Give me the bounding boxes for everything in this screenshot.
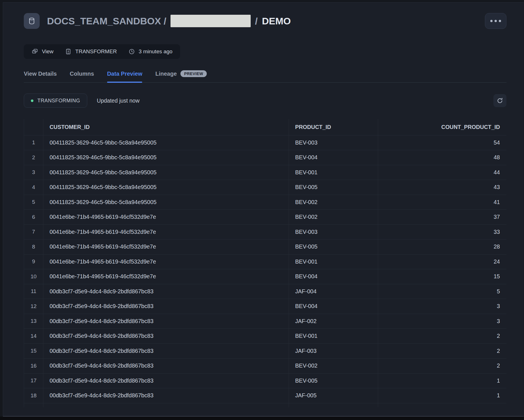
cell-product: JAF-002 [289,314,378,329]
status-row: TRANSFORMING Updated just now [24,94,506,108]
clock-icon [128,48,135,55]
cell-customer: 00411825-3629-46c5-9bbc-5c8a94e95005 [43,165,289,180]
status-badge: TRANSFORMING [24,94,87,108]
breadcrumb-prefix: DOCS_TEAM_SANDBOX / [47,16,166,27]
cell-product: BEV-003 [289,135,378,150]
table-row: 200411825-3629-46c5-9bbc-5c8a94e95005BEV… [24,150,507,165]
cell-product: BEV-002 [289,195,378,210]
refresh-button[interactable] [493,94,506,107]
header: DOCS_TEAM_SANDBOX / / DEMO [24,13,506,29]
cell-count: 2 [378,343,507,359]
cell-count: 3 [378,299,507,314]
cell-product: BEV-005 [289,239,378,254]
table-row: 1400db3cf7-d5e9-4dc4-8dc9-2bdfd867bc83BE… [24,329,507,344]
cell-num: 19 [24,403,43,407]
cell-product: BEV-002 [289,210,378,225]
cell-product: BEV-001 [289,329,378,344]
column-header-customer-id: CUSTOMER_ID [43,119,289,135]
cell-num: 12 [24,299,43,314]
table-row: 1600db3cf7-d5e9-4dc4-8dc9-2bdfd867bc83BE… [24,359,507,374]
cell-customer: 0041e6be-71b4-4965-b619-46cf532d9e7e [43,254,289,269]
preview-badge: PREVIEW [180,70,207,77]
cell-num: 16 [24,359,43,374]
cell-product: JAF-004 [289,284,378,299]
status-badge-label: TRANSFORMING [37,98,80,104]
cell-customer: 00db3cf7-d5e9-4dc4-8dc9-2bdfd867bc83 [43,284,289,299]
table-row: 90041e6be-71b4-4965-b619-46cf532d9e7eBEV… [24,254,507,269]
cell-customer: 00db3cf7-d5e9-4dc4-8dc9-2bdfd867bc83 [43,373,289,388]
more-actions-button[interactable] [485,13,506,29]
object-role: TRANSFORMER [65,48,117,55]
object-updated: 3 minutes ago [128,48,172,55]
cell-product: BEV-004 [289,150,378,165]
cell-customer: 00411825-3629-46c5-9bbc-5c8a94e95005 [43,135,289,150]
cell-customer: 0041e6be-71b4-4965-b619-46cf532d9e7e [43,269,289,284]
cell-count: 1 [378,373,507,388]
cell-num: 1 [24,135,43,150]
cell-product: BEV-001 [289,254,378,269]
cell-product: BEV-003 [289,224,378,239]
cell-customer: 00db3cf7-d5e9-4dc4-8dc9-2bdfd867bc83 [43,329,289,344]
cell-count: 2 [378,359,507,374]
cell-count: 3 [378,314,507,329]
table-row: 1900db3cf7-d5e9-4dc4-8dc9-2bdfd867bc83JA… [24,403,507,407]
breadcrumb-separator: / [255,16,257,27]
object-role-label: TRANSFORMER [75,48,117,55]
cell-num: 6 [24,210,43,225]
cell-product: JAF-001 [289,403,378,407]
cell-product: BEV-004 [289,269,378,284]
cell-count: 15 [378,269,507,284]
cell-num: 11 [24,284,43,299]
object-updated-label: 3 minutes ago [139,48,172,55]
cell-product: JAF-005 [289,388,378,403]
cell-num: 8 [24,239,43,254]
tab-columns[interactable]: Columns [70,71,94,82]
cell-product: BEV-001 [289,165,378,180]
table-row: 1100db3cf7-d5e9-4dc4-8dc9-2bdfd867bc83JA… [24,284,507,299]
cell-num: 7 [24,224,43,239]
object-type: View [31,48,54,55]
tab-lineage[interactable]: Lineage PREVIEW [155,70,207,82]
cell-customer: 0041e6be-71b4-4965-b619-46cf532d9e7e [43,239,289,254]
cell-count: 2 [378,329,507,344]
table-row: 400411825-3629-46c5-9bbc-5c8a94e95005BEV… [24,180,507,195]
table-row: 60041e6be-71b4-4965-b619-46cf532d9e7eBEV… [24,210,507,225]
database-icon [24,13,40,29]
table-row: 100041e6be-71b4-4965-b619-46cf532d9e7eBE… [24,269,507,284]
cell-customer: 00db3cf7-d5e9-4dc4-8dc9-2bdfd867bc83 [43,388,289,403]
tab-lineage-label: Lineage [155,71,177,77]
tab-view-details[interactable]: View Details [24,71,57,82]
cell-count: 28 [378,239,507,254]
tab-data-preview[interactable]: Data Preview [107,71,142,82]
cell-num: 18 [24,388,43,403]
status-dot-icon [31,99,33,102]
cell-count: 54 [378,135,507,150]
cell-product: BEV-004 [289,299,378,314]
cell-product: BEV-005 [289,180,378,195]
cell-customer: 0041e6be-71b4-4965-b619-46cf532d9e7e [43,210,289,225]
tab-bar: View Details Columns Data Preview Lineag… [24,70,506,83]
cell-count: 48 [378,150,507,165]
cell-product: BEV-005 [289,373,378,388]
table-row: 1800db3cf7-d5e9-4dc4-8dc9-2bdfd867bc83JA… [24,388,507,403]
cell-num: 13 [24,314,43,329]
data-preview-table: CUSTOMER_ID PRODUCT_ID COUNT_PRODUCT_ID … [24,119,506,407]
view-icon [31,48,38,55]
cell-customer: 00411825-3629-46c5-9bbc-5c8a94e95005 [43,195,289,210]
object-meta-bar: View TRANSFORMER 3 minutes ago [24,44,180,59]
cell-num: 5 [24,195,43,210]
cell-customer: 00db3cf7-d5e9-4dc4-8dc9-2bdfd867bc83 [43,314,289,329]
table-row: 1200db3cf7-d5e9-4dc4-8dc9-2bdfd867bc83BE… [24,299,507,314]
window-bottom-edge [0,417,524,420]
ellipsis-icon [490,20,493,22]
cell-count: 37 [378,210,507,225]
table-row: 500411825-3629-46c5-9bbc-5c8a94e95005BEV… [24,195,507,210]
table-row: 1500db3cf7-d5e9-4dc4-8dc9-2bdfd867bc83JA… [24,343,507,359]
cell-customer: 00db3cf7-d5e9-4dc4-8dc9-2bdfd867bc83 [43,403,289,407]
row-number-header [24,119,43,135]
cell-count: 24 [378,254,507,269]
cell-count: 1 [378,388,507,403]
page-title: DOCS_TEAM_SANDBOX / / DEMO [47,15,478,27]
transformer-badge-icon [65,48,72,55]
cell-num: 9 [24,254,43,269]
